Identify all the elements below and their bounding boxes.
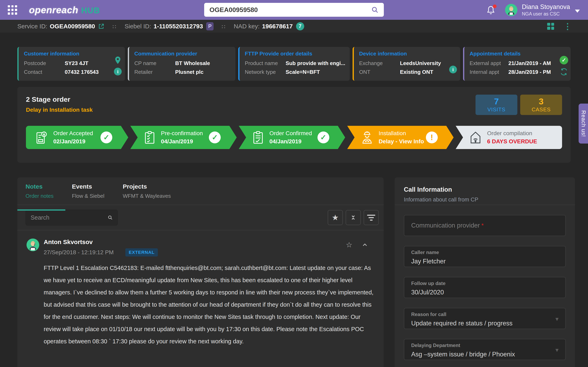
siebel-id-label: Siebel ID:: [125, 23, 151, 30]
step-order-accepted[interactable]: Order Accepted 02/Jan/2019 ✓: [26, 126, 128, 149]
visits-label: VISITS: [487, 106, 505, 113]
follow-up-date-field[interactable]: Follow up date 30/Jul/2020: [404, 277, 566, 298]
step-installation[interactable]: Installation Delay - View Info !: [347, 126, 454, 149]
cases-badge[interactable]: 3 CASES: [520, 95, 562, 115]
caller-name-field[interactable]: Caller name Jay Fletcher: [404, 246, 566, 267]
siebel-p-badge[interactable]: P: [206, 22, 214, 30]
visits-badge[interactable]: 7 VISITS: [476, 95, 517, 115]
star-icon: ★: [332, 214, 339, 221]
tab-subtitle: Flow & Siebel: [72, 193, 104, 199]
separator: ::: [221, 23, 226, 30]
dropdown-caret-icon: ▼: [554, 347, 560, 353]
row-label: Retailer: [134, 69, 175, 75]
more-options-icon[interactable]: ⋮: [563, 23, 572, 30]
engineer-icon: [361, 131, 373, 144]
tab-subtitle: Order notes: [26, 193, 53, 199]
location-pin-icon[interactable]: [114, 56, 121, 64]
nad-count-badge[interactable]: 7: [296, 22, 304, 30]
cases-count: 3: [539, 97, 544, 106]
user-name: Diana Stoyanova: [522, 3, 570, 11]
tab-notes[interactable]: Notes Order notes: [26, 183, 53, 205]
tab-events[interactable]: Events Flow & Siebel: [72, 183, 104, 205]
step-warning-icon: !: [426, 132, 438, 143]
order-confirmed-icon: [252, 131, 264, 144]
call-information-panel: Call Information Information about call …: [395, 177, 575, 367]
favourites-filter-button[interactable]: ★: [328, 210, 343, 225]
step-date: 04/Jan/2019: [269, 138, 312, 145]
step-pre-confirmation[interactable]: Pre-confirmation 04/Jan/2019 ✓: [130, 126, 237, 149]
note-timestamp: 27/Sep/2018 - 12:19:12 PM: [44, 249, 113, 256]
row-value: Existing ONT: [400, 69, 433, 75]
row-label: Exchange: [359, 60, 400, 67]
search-icon[interactable]: [108, 214, 113, 221]
reach-us-tab[interactable]: Reach us!: [579, 104, 588, 143]
collapse-vertical-icon: [350, 213, 357, 222]
step-order-compilation[interactable]: Order compilation 6 DAYS OVERDUE: [456, 126, 562, 149]
step-order-confirmed[interactable]: Order Confirmed 04/Jan/2019 ✓: [239, 126, 345, 149]
notes-tabs: Notes Order notes Events Flow & Siebel P…: [17, 177, 384, 205]
collapse-all-button[interactable]: [346, 210, 361, 225]
field-value: Jay Fletcher: [411, 258, 558, 265]
external-link-icon[interactable]: [98, 23, 104, 30]
row-label: Internal appt: [470, 69, 508, 75]
card-title: Customer information: [24, 50, 121, 57]
notes-toolbar: ★: [17, 205, 384, 230]
reach-us-label: Reach us!: [580, 110, 587, 137]
notes-panel: Notes Order notes Events Flow & Siebel P…: [17, 177, 384, 367]
order-summary-bar: Service ID: OGEA00959580 :: Siebel ID: 1…: [0, 20, 588, 33]
row-value: SY23 4JT: [65, 60, 88, 67]
reason-for-call-select[interactable]: Reason for call Update required re statu…: [404, 308, 566, 329]
grid-view-icon[interactable]: [547, 23, 554, 30]
field-label: Caller name: [411, 250, 558, 255]
notes-search: [26, 210, 118, 225]
row-value: Plusnet plc: [175, 69, 204, 75]
chevron-down-icon: [575, 9, 580, 13]
field-label: Follow up date: [411, 281, 558, 286]
tab-title: Projects: [123, 183, 171, 190]
cases-label: CASES: [532, 106, 551, 113]
field-label: Delaying Department: [411, 342, 558, 348]
card-title: FTTP Provide order details: [245, 50, 345, 57]
notifications-bell-icon[interactable]: [485, 5, 496, 16]
apps-grid-icon[interactable]: [8, 5, 17, 15]
step-date: 04/Jan/2019: [161, 138, 203, 145]
global-search-input[interactable]: [209, 6, 371, 14]
field-label: Reason for call: [411, 312, 558, 317]
filter-button[interactable]: [364, 210, 379, 225]
info-cards-row: Customer information PostcodeSY23 4JT Co…: [17, 47, 571, 81]
step-title: Installation: [379, 130, 424, 137]
appointment-confirmed-icon: ✓: [560, 56, 568, 64]
user-role: NGA user as CSC: [522, 11, 570, 17]
step-title: Order compilation: [487, 130, 537, 137]
service-id-label: Service ID:: [17, 23, 47, 30]
fttp-order-details-card: FTTP Provide order details Product nameS…: [238, 47, 350, 81]
order-progress-steps: Order Accepted 02/Jan/2019 ✓ Pre-confirm…: [26, 126, 562, 149]
sync-icon[interactable]: [560, 68, 568, 76]
row-label: ONT: [359, 69, 400, 75]
tab-subtitle: WFMT & Wayleaves: [123, 193, 171, 199]
row-label: Contact: [24, 69, 65, 75]
step-complete-icon: ✓: [209, 132, 221, 143]
field-value: 30/Jul/2020: [411, 289, 558, 296]
openreach-logo: openreach HUB: [29, 4, 100, 16]
note-star-icon[interactable]: ☆: [346, 241, 352, 249]
notes-search-input[interactable]: [31, 214, 108, 221]
note-collapse-icon[interactable]: [361, 242, 368, 248]
row-value: 28/Jan/2019 - PM: [508, 69, 551, 75]
tab-projects[interactable]: Projects WFMT & Wayleaves: [123, 183, 171, 205]
search-icon[interactable]: [371, 6, 379, 13]
info-icon[interactable]: i: [114, 68, 122, 75]
field-value: Asg –system issue / bridge / Phoenix: [411, 351, 558, 358]
visits-count: 7: [494, 97, 499, 106]
note-item: Anton Skvortsov 27/Sep/2018 - 12:19:12 P…: [17, 230, 384, 347]
logo-brand-text: openreach: [29, 4, 78, 16]
row-value: 21/Jan/2019 - AM: [508, 60, 551, 67]
logo-suffix-text: HUB: [81, 6, 100, 15]
row-label: CP name: [134, 60, 175, 67]
delaying-department-select[interactable]: Delaying Department Asg –system issue / …: [404, 339, 566, 360]
communication-provider-field[interactable]: Communication provider *: [404, 215, 566, 236]
info-icon[interactable]: i: [449, 66, 457, 73]
user-menu[interactable]: Diana Stoyanova NGA user as CSC: [505, 3, 580, 17]
device-information-card: Device information ExchangeLeedsUniversi…: [353, 47, 460, 81]
user-avatar: [505, 4, 517, 16]
